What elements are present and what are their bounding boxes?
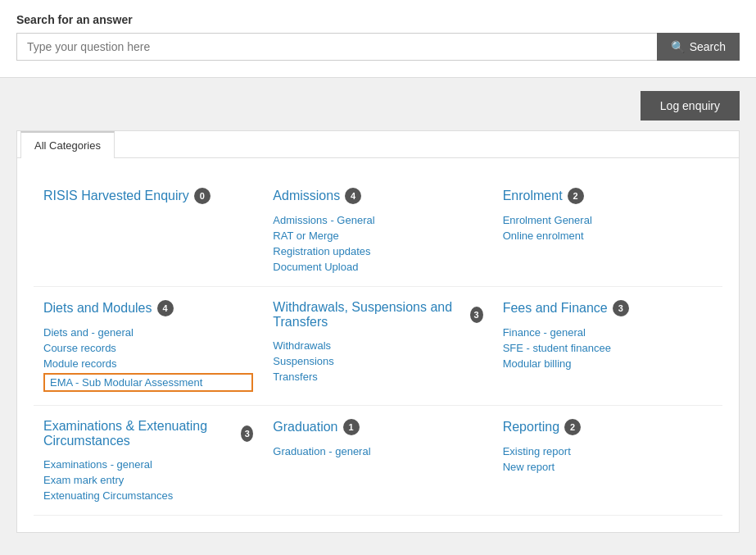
category-title-fees: Fees and Finance3 <box>503 300 713 316</box>
category-cell-fees: Fees and Finance3Finance - generalSFE - … <box>493 287 722 406</box>
category-badge-risis: 0 <box>194 188 211 204</box>
search-label: Search for an answer <box>16 13 740 26</box>
category-badge-diets: 4 <box>157 300 174 316</box>
search-button-label: Search <box>690 40 726 53</box>
category-link-document-upload[interactable]: Document Upload <box>273 261 482 273</box>
category-cell-examinations: Examinations & Extenuating Circumstances… <box>34 406 263 516</box>
search-icon: 🔍 <box>671 40 685 53</box>
category-title-reporting: Reporting2 <box>503 419 713 435</box>
category-cell-diets: Diets and Modules4Diets and - generalCou… <box>34 287 263 406</box>
category-link-exam-mark-entry[interactable]: Exam mark entry <box>43 474 253 486</box>
category-title-link-risis[interactable]: RISIS Harvested Enquiry <box>43 189 189 203</box>
category-link-registration-updates[interactable]: Registration updates <box>273 245 482 257</box>
category-badge-withdrawals: 3 <box>470 307 483 323</box>
category-cell-risis: RISIS Harvested Enquiry0 <box>34 175 263 287</box>
category-title-link-admissions[interactable]: Admissions <box>273 189 340 203</box>
category-badge-fees: 3 <box>613 300 629 316</box>
category-link-new-report[interactable]: New report <box>503 461 713 473</box>
category-link-examinations---general[interactable]: Examinations - general <box>43 458 253 471</box>
category-title-link-reporting[interactable]: Reporting <box>503 420 559 434</box>
search-input[interactable] <box>16 33 657 61</box>
category-links-examinations: Examinations - generalExam mark entryExt… <box>43 458 253 502</box>
category-title-graduation: Graduation1 <box>273 419 482 435</box>
category-links-withdrawals: WithdrawalsSuspensionsTransfers <box>273 339 482 383</box>
tab-bar: All Categories <box>17 131 739 158</box>
category-links-admissions: Admissions - GeneralRAT or MergeRegistra… <box>273 214 482 273</box>
category-links-fees: Finance - generalSFE - student financeeM… <box>503 326 713 370</box>
category-badge-reporting: 2 <box>564 419 581 435</box>
category-links-enrolment: Enrolment GeneralOnline enrolment <box>503 214 713 242</box>
category-link-extenuating-circumstances[interactable]: Extenuating Circumstances <box>43 489 253 502</box>
log-enquiry-button[interactable]: Log enquiry <box>641 91 740 121</box>
category-badge-admissions: 4 <box>345 188 361 204</box>
category-title-withdrawals: Withdrawals, Suspensions and Transfers3 <box>273 300 482 330</box>
category-link-sfe---student-financee[interactable]: SFE - student financee <box>503 342 713 354</box>
category-title-enrolment: Enrolment2 <box>503 188 713 204</box>
category-link-course-records[interactable]: Course records <box>43 342 253 354</box>
category-cell-enrolment: Enrolment2Enrolment GeneralOnline enrolm… <box>493 175 722 287</box>
category-link-admissions---general[interactable]: Admissions - General <box>273 214 482 226</box>
category-cell-graduation: Graduation1Graduation - general <box>263 406 492 516</box>
categories-grid: RISIS Harvested Enquiry0Admissions4Admis… <box>17 158 739 532</box>
category-link-online-enrolment[interactable]: Online enrolment <box>503 230 713 242</box>
category-cell-admissions: Admissions4Admissions - GeneralRAT or Me… <box>263 175 492 287</box>
category-link-finance---general[interactable]: Finance - general <box>503 326 713 339</box>
log-enquiry-row: Log enquiry <box>16 91 740 121</box>
category-link-enrolment-general[interactable]: Enrolment General <box>503 214 713 226</box>
category-link-rat-or-merge[interactable]: RAT or Merge <box>273 230 482 242</box>
category-links-graduation: Graduation - general <box>273 445 482 457</box>
category-link-module-records[interactable]: Module records <box>43 357 253 370</box>
category-badge-graduation: 1 <box>343 419 360 435</box>
category-title-admissions: Admissions4 <box>273 188 482 204</box>
category-link-ema---sub-modular-assessment[interactable]: EMA - Sub Modular Assessment <box>43 373 253 392</box>
main-area: Log enquiry All Categories RISIS Harvest… <box>0 78 756 546</box>
category-links-reporting: Existing reportNew report <box>503 445 713 473</box>
category-link-existing-report[interactable]: Existing report <box>503 445 713 457</box>
category-badge-examinations: 3 <box>241 425 253 442</box>
category-title-link-diets[interactable]: Diets and Modules <box>43 301 152 316</box>
category-title-link-fees[interactable]: Fees and Finance <box>503 301 608 316</box>
category-title-link-enrolment[interactable]: Enrolment <box>503 189 563 203</box>
category-link-suspensions[interactable]: Suspensions <box>273 355 482 367</box>
category-link-modular-billing[interactable]: Modular billing <box>503 357 713 370</box>
search-section: Search for an answer 🔍 Search <box>0 0 756 78</box>
category-title-examinations: Examinations & Extenuating Circumstances… <box>43 419 253 448</box>
category-cell-reporting: Reporting2Existing reportNew report <box>493 406 722 516</box>
category-title-link-withdrawals[interactable]: Withdrawals, Suspensions and Transfers <box>273 300 464 330</box>
search-row: 🔍 Search <box>16 33 740 61</box>
category-cell-withdrawals: Withdrawals, Suspensions and Transfers3W… <box>263 287 492 406</box>
category-title-link-graduation[interactable]: Graduation <box>273 420 337 434</box>
category-link-withdrawals[interactable]: Withdrawals <box>273 339 482 352</box>
tab-all-categories-label: All Categories <box>34 139 101 152</box>
category-link-transfers[interactable]: Transfers <box>273 371 482 383</box>
category-title-risis: RISIS Harvested Enquiry0 <box>43 188 253 204</box>
category-link-graduation---general[interactable]: Graduation - general <box>273 445 482 457</box>
tab-all-categories[interactable]: All Categories <box>20 131 115 158</box>
category-title-link-examinations[interactable]: Examinations & Extenuating Circumstances <box>43 419 236 448</box>
content-panel: All Categories RISIS Harvested Enquiry0A… <box>16 130 740 533</box>
search-button[interactable]: 🔍 Search <box>657 33 740 61</box>
category-link-diets-and---general[interactable]: Diets and - general <box>43 326 253 339</box>
category-title-diets: Diets and Modules4 <box>43 300 253 316</box>
category-badge-enrolment: 2 <box>568 188 584 204</box>
category-links-diets: Diets and - generalCourse recordsModule … <box>43 326 253 392</box>
